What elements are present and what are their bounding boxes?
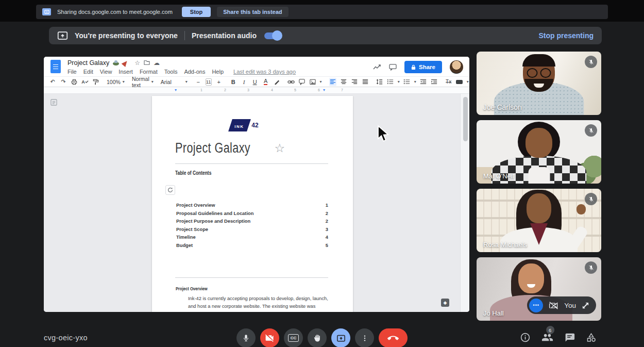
doc-title[interactable]: Project Galaxy	[67, 59, 109, 67]
mic-muted-icon	[585, 193, 597, 205]
captions-button[interactable]: CC	[284, 328, 303, 347]
clear-formatting-icon[interactable]: Tx	[445, 78, 452, 86]
menu-format[interactable]: Format	[140, 69, 158, 75]
more-options-icon[interactable]: •••	[529, 299, 543, 312]
document-title-heading: Project Galaxy ☆	[175, 140, 285, 156]
numbered-list-icon[interactable]	[387, 78, 394, 86]
move-folder-icon[interactable]	[144, 60, 150, 66]
ruler-number: 2	[224, 88, 226, 92]
toc-row[interactable]: Budget5	[176, 243, 328, 248]
stop-sharing-button[interactable]: Stop	[182, 7, 211, 17]
shared-screen-google-docs: Project Galaxy ☆ ☁ File Edit View Insert…	[44, 57, 469, 312]
lock-icon	[411, 64, 416, 70]
camera-off-button[interactable]	[260, 328, 279, 347]
paint-format-icon[interactable]	[92, 78, 99, 86]
add-comment-icon[interactable]	[298, 78, 306, 86]
raise-hand-button[interactable]	[308, 328, 327, 347]
meeting-panels-controls: 6	[520, 332, 597, 343]
ruler-number: 4	[271, 88, 273, 92]
insert-image-icon[interactable]	[309, 78, 316, 86]
star-document-icon[interactable]: ☆	[134, 60, 140, 66]
explore-button[interactable]: ◆	[441, 299, 449, 307]
font-size-decrease[interactable]: −	[195, 78, 202, 86]
chat-panel-icon[interactable]	[564, 332, 575, 343]
people-panel-icon[interactable]: 6	[541, 332, 553, 343]
align-right-icon[interactable]	[351, 78, 358, 86]
align-left-icon[interactable]	[329, 78, 336, 86]
toc-row[interactable]: Project Scope3	[176, 227, 328, 232]
indent-marker-left[interactable]: ▾	[175, 88, 177, 92]
google-meet-window: Sharing docs.google.com to meet.google.c…	[0, 0, 644, 347]
present-screen-button[interactable]	[331, 328, 350, 347]
font-size-input[interactable]: 11	[206, 78, 212, 86]
font-select[interactable]: Arial▾	[161, 79, 188, 85]
toc-row[interactable]: Timeline4	[176, 235, 328, 240]
comment-history-icon[interactable]	[389, 64, 397, 71]
text-color-icon[interactable]: A	[264, 78, 267, 85]
spellcheck-icon[interactable]: A	[81, 78, 89, 86]
underline-icon[interactable]: U	[251, 78, 259, 86]
participant-tile-joe-carlson[interactable]: Joe Carlson	[477, 52, 601, 115]
bulleted-list-icon[interactable]	[403, 78, 411, 86]
expand-fullscreen-icon[interactable]	[582, 302, 589, 309]
self-view-controls: ••• You	[527, 296, 596, 314]
undo-icon[interactable]: ↶	[49, 78, 56, 86]
cloud-status-icon[interactable]: ☁	[154, 60, 160, 66]
menu-help[interactable]: Help	[212, 69, 224, 75]
docs-scrollbar-track	[460, 94, 469, 312]
toc-row[interactable]: Project Purpose and Description2	[176, 219, 328, 224]
browser-top-band: Sharing docs.google.com to meet.google.c…	[0, 0, 644, 22]
align-justify-icon[interactable]	[362, 78, 369, 86]
last-edit-link[interactable]: Last edit was 3 days ago	[233, 69, 296, 75]
menu-insert[interactable]: Insert	[118, 69, 133, 75]
call-controls: CC	[236, 328, 408, 347]
toc-row[interactable]: Project Overview1	[176, 203, 328, 208]
end-call-button[interactable]	[379, 328, 408, 347]
italic-icon[interactable]: I	[241, 78, 248, 86]
activities-panel-icon[interactable]	[586, 332, 597, 343]
table-of-contents: Project Overview1 Proposal Guidelines an…	[176, 203, 328, 248]
styles-select[interactable]: Normal text▾	[132, 76, 154, 88]
account-avatar[interactable]	[450, 60, 463, 74]
presentation-audio-toggle[interactable]	[264, 32, 281, 39]
align-center-icon[interactable]	[340, 78, 347, 86]
indent-marker-right[interactable]: ▾	[323, 88, 325, 92]
font-size-increase[interactable]: +	[215, 78, 223, 86]
microphone-button[interactable]	[236, 328, 256, 347]
ink-logo-badge: INK	[228, 119, 251, 131]
decrease-indent-icon[interactable]	[420, 78, 427, 86]
refresh-toc-button[interactable]	[165, 185, 175, 195]
menu-tools[interactable]: Tools	[164, 69, 178, 75]
docs-scrollbar-thumb[interactable]	[463, 97, 468, 141]
zoom-select[interactable]: 100%▾	[107, 79, 125, 85]
redo-icon[interactable]: ↷	[60, 78, 67, 86]
participant-tile-rosa-michaels[interactable]: Rosa Michaels	[477, 189, 601, 252]
line-spacing-icon[interactable]	[376, 78, 383, 86]
meeting-details-icon[interactable]	[520, 332, 531, 343]
share-button[interactable]: Share	[404, 61, 442, 73]
print-icon[interactable]	[71, 78, 78, 86]
participant-tile-jo-hall-you[interactable]: Jo Hall ••• You	[477, 257, 601, 321]
menu-edit[interactable]: Edit	[83, 69, 93, 75]
participant-tile-mai-oneil[interactable]: Mai O'Neil	[477, 120, 601, 184]
insert-link-icon[interactable]	[287, 78, 295, 86]
increase-indent-icon[interactable]	[431, 78, 438, 86]
ruler-number: 6	[318, 88, 320, 92]
mic-muted-icon	[585, 124, 597, 137]
menu-addons[interactable]: Add-ons	[184, 69, 205, 75]
menu-view[interactable]: View	[100, 69, 112, 75]
highlight-icon[interactable]	[273, 78, 280, 86]
toc-row[interactable]: Proposal Guidelines and Location2	[176, 211, 328, 216]
input-tools-icon[interactable]	[456, 78, 463, 86]
stop-presenting-link[interactable]: Stop presenting	[538, 31, 594, 40]
docs-menu-bar: File Edit View Insert Format Tools Add-o…	[67, 69, 296, 75]
document-outline-icon[interactable]	[50, 98, 57, 108]
google-docs-icon[interactable]	[50, 60, 61, 73]
activity-trend-icon[interactable]	[373, 64, 381, 70]
presentation-audio-label: Presentation audio	[192, 31, 257, 40]
menu-file[interactable]: File	[67, 69, 77, 75]
bold-icon[interactable]: B	[230, 78, 237, 86]
share-this-tab-button[interactable]: Share this tab instead	[217, 7, 288, 17]
more-options-button[interactable]	[355, 328, 374, 347]
rocket-emoji-icon	[122, 59, 129, 67]
